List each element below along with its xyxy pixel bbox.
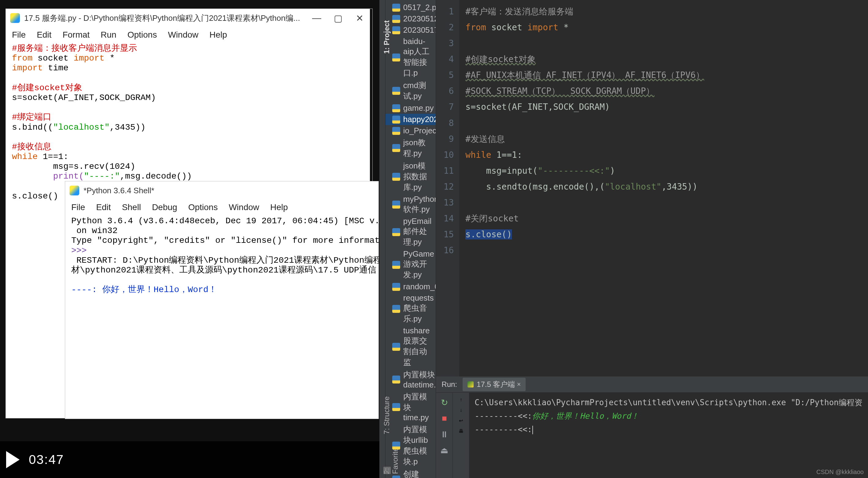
tree-item-label: 0517_2.py — [403, 3, 436, 12]
python-file-icon — [392, 228, 400, 236]
idle-server-title: 17.5 服务端.py - D:\Python编程资料\Python编程入门20… — [24, 13, 304, 24]
run-tool-window: Run: 17.5 客户端 × ↻ ■ ⏸ ⏏ ↑ ↓ ↩ — [436, 377, 868, 478]
tree-item[interactable]: tushare股票交割自动监 — [385, 325, 436, 369]
tree-item-label: 内置模块datetime.py — [403, 370, 436, 390]
left-dark-pane: 17.5 服务端.py - D:\Python编程资料\Python编程入门20… — [0, 0, 379, 478]
tree-item[interactable]: 20230517.py — [385, 25, 436, 36]
run-toolbar-1: ↻ ■ ⏸ ⏏ — [436, 393, 453, 478]
close-button[interactable]: ✕ — [351, 12, 368, 24]
sidebar-tab-structure[interactable]: 7: Structure — [382, 373, 391, 434]
tree-item-label: json教程.py — [403, 137, 434, 159]
menu-help[interactable]: Help — [270, 202, 288, 212]
menu-options[interactable]: Options — [127, 30, 157, 40]
python-file-icon — [392, 305, 400, 313]
cursor — [532, 426, 533, 434]
tree-item[interactable]: PyGame游戏开发.py — [385, 248, 436, 281]
tree-item[interactable]: pyEmail邮件处理.py — [385, 216, 436, 248]
python-file-icon — [392, 173, 400, 181]
tree-item-label: 内置模块time.py — [403, 391, 434, 422]
maximize-button[interactable]: ▢ — [330, 12, 347, 24]
run-label: Run: — [441, 380, 457, 389]
menu-file[interactable]: File — [12, 30, 26, 40]
tree-item[interactable]: baidu-aip人工智能接口.p — [385, 36, 436, 79]
tree-item[interactable]: json教程.py — [385, 136, 436, 160]
tree-item[interactable]: 20230512.py — [385, 13, 436, 25]
up-icon[interactable]: ↑ — [460, 397, 462, 403]
line-number: 3 — [436, 35, 454, 52]
line-number: 2 — [436, 20, 454, 35]
menu-format[interactable]: Format — [62, 30, 90, 40]
run-header: Run: 17.5 客户端 × — [436, 377, 868, 392]
menu-debug[interactable]: Debug — [152, 202, 178, 212]
tree-item-label: baidu-aip人工智能接口.p — [403, 37, 434, 78]
tree-item[interactable]: requests爬虫音乐.py — [385, 292, 436, 325]
idle-shell-window: *Python 3.6.4 Shell* File Edit Shell Deb… — [65, 181, 379, 419]
tree-item-label: 内置模块urllib爬虫模块.p — [403, 424, 434, 467]
menu-window[interactable]: Window — [168, 30, 198, 40]
python-file-icon — [392, 283, 400, 291]
run-panel: ↻ ■ ⏸ ⏏ ↑ ↓ ↩ 🖶 C:\Users\kkkliao\Pycharm… — [436, 392, 868, 478]
line-number: 10 — [436, 147, 454, 163]
project-tree[interactable]: 0517_2.py20230512.py20230517.pybaidu-aip… — [385, 0, 436, 478]
tree-item[interactable]: myPython01软件.py — [385, 194, 436, 216]
line-number: 16 — [436, 243, 454, 258]
menu-edit[interactable]: Edit — [96, 202, 111, 212]
pycharm-window: 1: Project 7: Structure 2: Favorites ▦ 0… — [379, 0, 868, 478]
run-tab[interactable]: 17.5 客户端 × — [463, 378, 526, 391]
menu-run[interactable]: Run — [101, 30, 116, 40]
menu-edit[interactable]: Edit — [37, 30, 52, 40]
print-icon[interactable]: 🖶 — [459, 428, 464, 434]
menu-window[interactable]: Window — [229, 202, 259, 212]
idle-shell-title: *Python 3.6.4 Shell* — [84, 186, 374, 195]
code-pane[interactable]: #客户端：发送消息给服务端 from socket import * #创建so… — [459, 0, 868, 377]
idle-server-menu: File Edit Format Run Options Window Help — [6, 27, 372, 42]
tool-icon[interactable]: ▦ — [383, 464, 391, 475]
tree-item[interactable]: 0517_2.py — [385, 2, 436, 13]
video-playback-bar[interactable]: 03:47 — [0, 441, 379, 478]
menu-options[interactable]: Options — [188, 202, 218, 212]
tree-item[interactable]: cmd测试.py — [385, 79, 436, 102]
line-number: 12 — [436, 179, 454, 195]
play-icon[interactable] — [6, 451, 20, 468]
tree-item[interactable]: random_0518.py — [385, 281, 436, 292]
line-number-gutter: 12345678910111213141516 — [436, 0, 459, 377]
pause-icon[interactable]: ⏸ — [439, 429, 450, 440]
tree-item[interactable]: happy2023 — [385, 114, 436, 125]
python-file-icon — [392, 116, 400, 124]
python-file-icon — [392, 54, 400, 61]
exit-icon[interactable]: ⏏ — [439, 445, 450, 456]
idle-server-titlebar[interactable]: 17.5 服务端.py - D:\Python编程资料\Python编程入门20… — [6, 9, 372, 27]
minimize-button[interactable]: — — [308, 12, 325, 24]
menu-help[interactable]: Help — [210, 30, 227, 40]
editor-area: 12345678910111213141516 #客户端：发送消息给服务端 fr… — [436, 0, 868, 478]
idle-shell-titlebar[interactable]: *Python 3.6.4 Shell* — [65, 181, 378, 200]
python-file-icon — [392, 26, 400, 34]
tree-item-label: json模拟数据库.py — [403, 161, 434, 193]
rerun-icon[interactable]: ↻ — [439, 397, 450, 408]
line-number: 8 — [436, 115, 454, 131]
down-icon[interactable]: ↓ — [460, 407, 462, 413]
tree-item-label: PyGame游戏开发.py — [403, 249, 434, 280]
idle-shell-output[interactable]: Python 3.6.4 (v3.6.4:d48eceb, Dec 19 201… — [65, 215, 378, 301]
tree-item[interactable]: json模拟数据库.py — [385, 160, 436, 194]
python-file-icon — [392, 343, 400, 351]
python-file-icon — [392, 201, 400, 209]
sidebar-tab-project[interactable]: 1: Project — [382, 2, 391, 54]
tree-item[interactable]: io_Project.py — [385, 125, 436, 136]
left-gutter-tabs: 1: Project 7: Structure 2: Favorites ▦ — [379, 0, 385, 478]
run-console[interactable]: C:\Users\kkkliao\PycharmProjects\untitle… — [469, 393, 868, 478]
tree-item-label: requests爬虫音乐.py — [403, 293, 434, 324]
tree-item-label: 20230517.py — [403, 25, 436, 35]
python-file-icon — [392, 104, 400, 112]
tree-item[interactable]: 内置模块time.py — [385, 390, 436, 423]
line-number: 11 — [436, 163, 454, 179]
softwrap-icon[interactable]: ↩ — [459, 418, 463, 423]
menu-shell[interactable]: Shell — [122, 202, 141, 212]
python-file-icon — [392, 127, 400, 135]
tree-item[interactable]: game.py — [385, 102, 436, 114]
menu-file[interactable]: File — [71, 202, 85, 212]
close-tab-icon[interactable]: × — [517, 380, 521, 388]
tree-item-label: game.py — [403, 103, 434, 113]
stop-icon[interactable]: ■ — [439, 413, 450, 424]
tree-item[interactable]: 内置模块datetime.py — [385, 369, 436, 390]
